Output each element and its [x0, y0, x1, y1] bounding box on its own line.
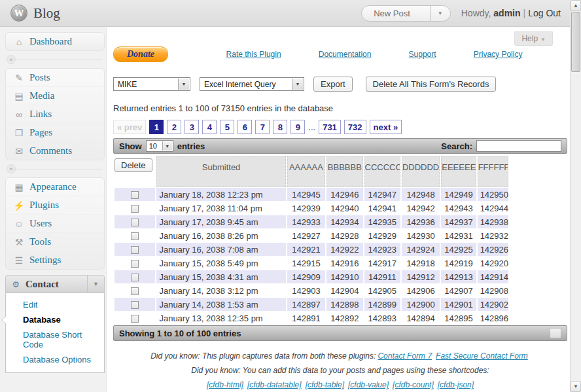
speech-bubble-icon: ✉ [12, 146, 26, 156]
export-button[interactable]: Export [313, 77, 353, 92]
sidebar-item[interactable]: ⚡ Plugins [6, 196, 104, 215]
column-header: AAAAAA [287, 156, 325, 187]
toolbar-link[interactable]: Privacy Policy [474, 50, 523, 59]
value-cell: 142907 [441, 284, 476, 297]
pagination-button[interactable]: 8 [273, 120, 287, 134]
donate-button[interactable]: Donate [113, 46, 168, 62]
value-cell: 142924 [402, 243, 440, 256]
sidebar-item[interactable]: ∞ Links [6, 105, 104, 124]
row-checkbox[interactable] [131, 205, 139, 213]
toolbar-link[interactable]: Documentation [319, 50, 372, 59]
shortcode-link[interactable]: [cfdb-table] [306, 380, 344, 389]
delete-button[interactable]: Delete [114, 158, 152, 172]
collapse-arrow-icon[interactable]: « [7, 55, 16, 64]
admin-sidebar: ⌂ Dashboard « ✎ Posts ▤ Media ∞ Links ❐ … [0, 27, 106, 392]
value-cell: 142916 [326, 257, 362, 270]
scrollbar-down-arrow-icon[interactable]: ▼ [571, 381, 581, 392]
contact-submenu-item[interactable]: Database Options [6, 352, 104, 367]
sidebar-item[interactable]: ☺ Users [6, 215, 104, 233]
sidebar-item-contact[interactable]: ⚙ Contact ▼ [5, 275, 105, 293]
home-icon: ⌂ [12, 37, 26, 47]
pagination-button[interactable]: 9 [290, 120, 305, 134]
pagination-button[interactable]: 732 [344, 120, 366, 134]
pagination-button[interactable]: 7 [255, 120, 270, 134]
username-link[interactable]: admin [493, 8, 520, 18]
row-checkbox[interactable] [131, 274, 139, 281]
value-cell: 142906 [402, 284, 440, 297]
wordpress-logo-icon: W [10, 5, 27, 22]
help-button[interactable]: Help▼ [514, 31, 553, 46]
value-cell: 142893 [364, 312, 400, 325]
pagination-button[interactable]: 731 [319, 120, 341, 134]
pagination-button[interactable]: 4 [202, 120, 217, 134]
form-select[interactable]: MIKE ▼ [113, 77, 190, 91]
sidebar-item[interactable]: ✎ Posts [6, 69, 104, 87]
row-checkbox[interactable] [131, 287, 139, 295]
pagination-button[interactable]: 5 [220, 120, 234, 134]
shortcode-link[interactable]: [cfdb-count] [393, 380, 434, 389]
export-type-select[interactable]: Excel Internet Query ▼ [200, 77, 304, 91]
chevron-down-icon[interactable]: ▼ [87, 276, 104, 293]
value-cell: 142909 [287, 270, 325, 283]
shortcode-link[interactable]: [cfdb-datatable] [247, 380, 302, 389]
chevron-down-icon[interactable]: ▼ [430, 6, 450, 21]
delete-column-header: Delete [114, 156, 155, 187]
contact-submenu-item[interactable]: Database [6, 312, 104, 327]
hammer-icon: ⚒ [12, 237, 26, 247]
toolbar-link[interactable]: Rate this Plugin [226, 50, 281, 59]
sidebar-item[interactable]: ✉ Comments [6, 142, 104, 160]
separator-line [17, 169, 102, 169]
pagination-button[interactable]: 3 [185, 120, 199, 134]
sidebar-item[interactable]: ❐ Pages [6, 124, 104, 142]
logout-link[interactable]: Log Out [528, 8, 561, 18]
entries-label: entries [177, 141, 205, 151]
value-cell: 142942 [402, 202, 440, 215]
camera-icon: ▤ [12, 91, 26, 101]
new-post-button[interactable]: New Post ▼ [361, 5, 451, 22]
contact-form-7-link[interactable]: Contact Form 7 [378, 351, 432, 361]
row-checkbox[interactable] [131, 246, 139, 254]
contact-submenu-item[interactable]: Edit [6, 297, 104, 312]
contact-submenu-item[interactable]: Database Short Code [6, 327, 104, 352]
row-checkbox[interactable] [131, 191, 139, 199]
pagination-button[interactable]: « prev [113, 120, 146, 134]
scrollbar-up-arrow-icon[interactable]: ▲ [571, 0, 581, 11]
fast-secure-contact-form-link[interactable]: Fast Secure Contact Form [436, 351, 528, 361]
pagination-button[interactable]: 6 [238, 120, 252, 134]
pagination-button[interactable]: 1 [149, 120, 164, 134]
plugin-tips: Did you know: This plugin captures data … [113, 349, 567, 392]
sidebar-item[interactable]: ▤ Media [6, 87, 104, 105]
value-cell: 142895 [441, 312, 476, 325]
collapse-arrow-icon[interactable]: « [7, 164, 16, 173]
shortcode-link[interactable]: [cfdb-json] [438, 380, 474, 389]
window-scrollbar[interactable]: ▲ ▼ [570, 0, 581, 392]
page-size-select[interactable]: 10 ▼ [146, 140, 173, 152]
row-checkbox[interactable] [131, 260, 139, 268]
value-cell: 142901 [441, 298, 476, 311]
row-checkbox[interactable] [131, 219, 139, 226]
scrollbar-thumb[interactable] [571, 12, 580, 72]
sliders-icon: ☰ [12, 255, 26, 266]
pagination-button[interactable]: ... [308, 120, 315, 134]
row-checkbox[interactable] [131, 301, 139, 309]
search-input[interactable] [476, 140, 561, 152]
checkbox-cell [114, 312, 155, 325]
shortcode-link[interactable]: [cfdb-html] [207, 380, 243, 389]
value-cell: 142920 [478, 257, 508, 270]
value-cell: 142928 [326, 229, 362, 242]
row-checkbox[interactable] [131, 232, 139, 240]
delete-all-records-button[interactable]: Delete All This Form's Records [366, 77, 497, 92]
scroll-grip[interactable] [550, 328, 561, 338]
shortcode-link[interactable]: [cfdb-value] [348, 380, 389, 389]
sidebar-item-dashboard[interactable]: ⌂ Dashboard [6, 33, 104, 50]
toolbar-link[interactable]: Support [409, 50, 436, 59]
row-checkbox[interactable] [131, 315, 139, 323]
value-cell: 142939 [287, 202, 325, 215]
sidebar-item[interactable]: ☰ Settings [6, 251, 104, 269]
sidebar-item[interactable]: ⚒ Tools [6, 233, 104, 251]
contact-menu: ⚙ Contact ▼ EditDatabaseDatabase Short C… [5, 275, 105, 373]
pagination-button[interactable]: 2 [167, 120, 181, 134]
pagination-button[interactable]: next » [370, 120, 402, 134]
sidebar-item[interactable]: ▦ Appearance [6, 178, 104, 196]
admin-header: W Blog New Post ▼ Howdy, admin|Log Out [0, 0, 570, 27]
